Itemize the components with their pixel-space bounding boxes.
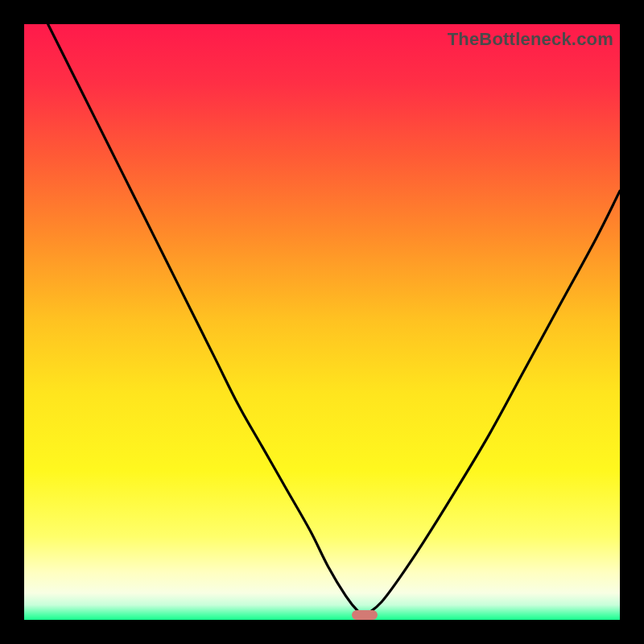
optimal-marker <box>352 610 378 620</box>
plot-area: TheBottleneck.com <box>24 24 620 620</box>
bottleneck-curve <box>24 24 620 620</box>
chart-frame: TheBottleneck.com <box>0 0 644 644</box>
